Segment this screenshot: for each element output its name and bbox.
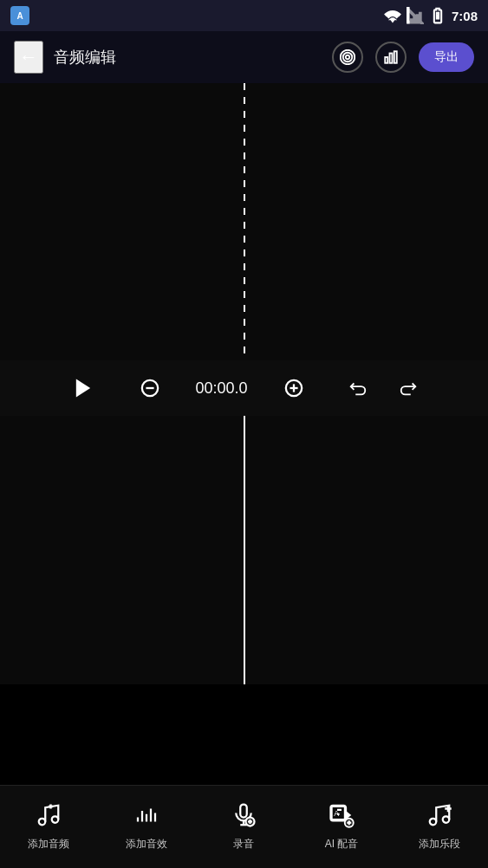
- increase-button[interactable]: [270, 372, 317, 405]
- svg-rect-6: [394, 51, 397, 63]
- time-display: 00:00.0: [179, 379, 265, 398]
- svg-point-2: [343, 53, 353, 62]
- svg-point-13: [39, 819, 46, 826]
- add-effect-button[interactable]: 添加音效: [98, 802, 196, 852]
- export-button[interactable]: 导出: [419, 42, 474, 72]
- battery-icon: [429, 7, 446, 24]
- decrease-button[interactable]: [127, 372, 173, 405]
- add-segment-icon: [426, 802, 452, 832]
- app-icon: A: [10, 6, 29, 25]
- undo-button[interactable]: [335, 372, 381, 405]
- add-effect-label: 添加音效: [126, 837, 167, 852]
- bottom-toolbar: 添加音频 添加音效 录音: [0, 785, 488, 868]
- playback-controls: 00:00.0: [0, 360, 488, 416]
- redo-button[interactable]: [385, 372, 432, 405]
- svg-rect-0: [407, 8, 409, 23]
- play-button[interactable]: [57, 369, 109, 407]
- header: ← 音频编辑 导出: [0, 31, 488, 83]
- ai-dubbing-icon: A: [329, 802, 355, 832]
- record-button[interactable]: 录音: [195, 802, 293, 852]
- add-audio-button[interactable]: 添加音频: [0, 802, 98, 852]
- ai-dubbing-button[interactable]: A AI 配音: [293, 802, 391, 852]
- svg-point-34: [429, 819, 436, 826]
- add-audio-label: 添加音频: [28, 837, 69, 852]
- ai-dubbing-label: AI 配音: [325, 837, 359, 852]
- svg-rect-5: [390, 54, 393, 63]
- editor-top-area: [0, 83, 488, 360]
- page-title: 音频编辑: [54, 47, 322, 68]
- add-effect-icon: [133, 802, 159, 832]
- wifi-icon: [384, 7, 401, 24]
- status-bar-left: A: [10, 6, 29, 25]
- add-segment-label: 添加乐段: [419, 837, 460, 852]
- back-button[interactable]: ←: [14, 41, 43, 74]
- record-icon: [231, 802, 257, 832]
- editor-bottom-area: [0, 416, 488, 684]
- status-bar: A 7:08: [0, 0, 488, 31]
- svg-rect-4: [385, 57, 387, 63]
- status-bar-right: 7:08: [384, 7, 478, 24]
- playhead-solid-line: [244, 416, 245, 684]
- signal-icon: [407, 7, 424, 24]
- undo-redo-controls: [335, 372, 432, 405]
- svg-point-1: [346, 55, 350, 60]
- record-label: 录音: [233, 837, 254, 852]
- add-audio-icon: [36, 802, 62, 832]
- status-time: 7:08: [452, 9, 478, 23]
- svg-marker-7: [75, 379, 89, 398]
- layers-button[interactable]: [332, 42, 363, 73]
- add-segment-button[interactable]: 添加乐段: [390, 802, 488, 852]
- equalizer-button[interactable]: [375, 42, 407, 73]
- header-icons: 导出: [332, 42, 474, 73]
- svg-text:A: A: [334, 809, 339, 818]
- svg-point-35: [442, 816, 449, 823]
- playhead-dashed-line: [244, 83, 245, 360]
- svg-point-14: [52, 816, 59, 823]
- svg-rect-22: [241, 805, 248, 818]
